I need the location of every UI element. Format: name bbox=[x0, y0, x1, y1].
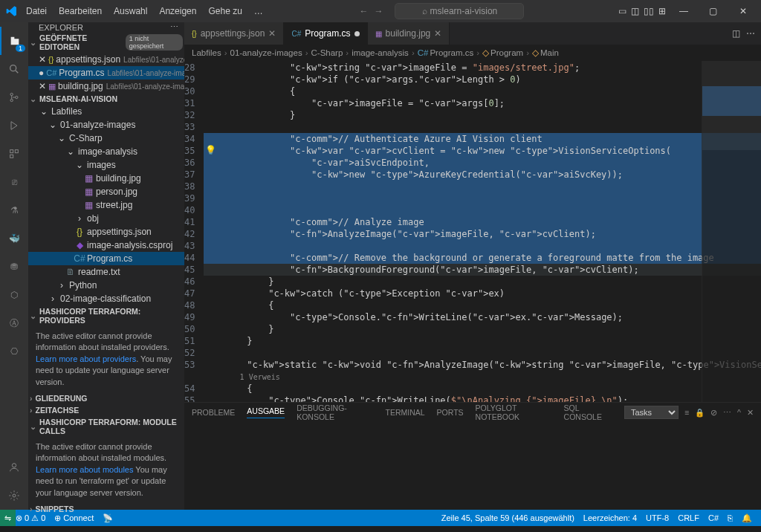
panel-filter-icon[interactable]: ≡ bbox=[684, 408, 689, 417]
status-eol[interactable]: CRLF bbox=[673, 513, 704, 522]
activity-explorer-icon[interactable]: 1 bbox=[0, 27, 28, 55]
activity-remote-icon[interactable]: ⎚ bbox=[0, 168, 28, 196]
panel-tab[interactable]: SQL CONSOLE bbox=[564, 403, 612, 421]
split-editor-icon[interactable]: ◫ bbox=[732, 28, 740, 39]
editor-tab[interactable]: {}appsettings.json✕ bbox=[184, 22, 284, 45]
breadcrumb-item[interactable]: Main bbox=[540, 48, 559, 57]
menu-bearbeiten[interactable]: Bearbeiten bbox=[54, 3, 107, 19]
activity-hex-icon[interactable]: ⬡ bbox=[0, 281, 28, 309]
file-item[interactable]: ▦person.jpg bbox=[28, 185, 184, 198]
file-item[interactable]: ◆image-analysis.csproj bbox=[28, 239, 184, 252]
panel-clear-icon[interactable]: ⊘ bbox=[710, 408, 717, 417]
panel-tab[interactable]: PROBLEME bbox=[192, 408, 235, 417]
activity-test-icon[interactable]: ⚗ bbox=[0, 196, 28, 224]
providers-link[interactable]: Learn more about providers bbox=[36, 354, 136, 363]
open-editors-header[interactable]: GEÖFFNETE EDITOREN 1 nicht gespeichert bbox=[28, 32, 184, 53]
activity-run-icon[interactable] bbox=[0, 111, 28, 140]
menu-…[interactable]: … bbox=[249, 3, 268, 19]
folder-item[interactable]: ›02-image-classification bbox=[28, 292, 184, 305]
activity-search-icon[interactable] bbox=[0, 55, 28, 83]
breadcrumb-item[interactable]: Labfiles bbox=[192, 48, 221, 57]
layout-toggle-icon[interactable]: ▭ bbox=[618, 6, 626, 16]
panel-tab[interactable]: PORTS bbox=[437, 408, 464, 417]
layout-icon[interactable]: ⊞ bbox=[658, 6, 666, 16]
status-indent[interactable]: Leerzeichen: 4 bbox=[579, 513, 641, 522]
window-maximize[interactable]: ▢ bbox=[699, 0, 728, 22]
folder-item[interactable]: ⌄Labfiles bbox=[28, 105, 184, 118]
panel-tab[interactable]: AUSGABE bbox=[247, 406, 285, 418]
search-text: mslearn-ai-vision bbox=[430, 6, 498, 16]
status-problems[interactable]: ⊗ 0 ⚠ 0 bbox=[11, 513, 50, 523]
window-close[interactable]: ✕ bbox=[728, 0, 758, 22]
activity-account-icon[interactable] bbox=[0, 453, 28, 481]
command-center[interactable]: ⌕ mslearn-ai-vision bbox=[395, 3, 524, 19]
activity-azure-icon[interactable]: Ⓐ bbox=[0, 309, 28, 337]
workspace-header[interactable]: MSLEARN-AI-VISION bbox=[28, 93, 184, 105]
file-item[interactable]: C#Program.cs bbox=[28, 252, 184, 265]
activity-scm-icon[interactable] bbox=[0, 83, 28, 111]
breadcrumb-item[interactable]: Program bbox=[490, 48, 523, 57]
file-item[interactable]: {}appsettings.json bbox=[28, 225, 184, 239]
panel-more-icon[interactable]: ⋯ bbox=[723, 408, 731, 417]
panel-tab[interactable]: DEBUGGING-KONSOLE bbox=[297, 403, 373, 421]
status-connect[interactable]: ⊕ Connect bbox=[50, 513, 98, 523]
timeline-header[interactable]: ZEITACHSE bbox=[28, 404, 184, 416]
breadcrumb-item[interactable]: Program.cs bbox=[430, 48, 473, 57]
nav-back-icon[interactable]: ← bbox=[359, 6, 368, 16]
status-lang[interactable]: C# bbox=[704, 513, 723, 522]
activity-settings-icon[interactable] bbox=[0, 481, 28, 510]
panel-tab[interactable]: TERMINAL bbox=[385, 408, 424, 417]
breadcrumb[interactable]: Labfiles›01-analyze-images›C-Sharp›image… bbox=[184, 45, 761, 61]
status-cursor[interactable]: Zeile 45, Spalte 59 (446 ausgewählt) bbox=[437, 513, 579, 522]
folder-item[interactable]: ›Python bbox=[28, 279, 184, 292]
editor-tab[interactable]: ▦building.jpg✕ bbox=[368, 22, 450, 45]
folder-item[interactable]: ⌄01-analyze-images bbox=[28, 118, 184, 132]
status-feedback-icon[interactable]: ⎘ bbox=[723, 513, 737, 522]
sidebar-right-icon[interactable]: ▯▯ bbox=[644, 6, 654, 16]
menu-datei[interactable]: Datei bbox=[21, 3, 52, 19]
breadcrumb-item[interactable]: 01-analyze-images bbox=[230, 48, 302, 57]
file-item[interactable]: ▦street.jpg bbox=[28, 198, 184, 212]
terraform-modules-header[interactable]: HASHICORP TERRAFORM: MODULE CALLS bbox=[28, 416, 184, 437]
folder-item[interactable]: ›obj bbox=[28, 212, 184, 225]
menu-auswahl[interactable]: Auswahl bbox=[109, 3, 152, 19]
open-editor-item[interactable]: ✕▦building.jpgLabfiles\01-analyze-images… bbox=[28, 80, 184, 93]
terraform-modules-msg: The active editor cannot provide informa… bbox=[28, 437, 184, 503]
editor-tab[interactable]: C#Program.cs bbox=[284, 22, 367, 45]
modules-link[interactable]: Learn more about modules bbox=[36, 465, 133, 474]
folder-item[interactable]: ⌄images bbox=[28, 158, 184, 172]
panel-lock-icon[interactable]: 🔒 bbox=[695, 408, 705, 418]
menu-anzeigen[interactable]: Anzeigen bbox=[154, 3, 201, 19]
breadcrumb-item[interactable]: image-analysis bbox=[352, 48, 409, 57]
svg-rect-5 bbox=[10, 150, 13, 153]
panel-tab[interactable]: POLYGLOT NOTEBOOK bbox=[476, 403, 552, 421]
explorer-more-icon[interactable]: ⋯ bbox=[170, 22, 178, 32]
activity-database-icon[interactable]: ⛃ bbox=[0, 253, 28, 281]
minimap[interactable] bbox=[702, 61, 761, 402]
status-encoding[interactable]: UTF-8 bbox=[641, 513, 673, 522]
menu-gehe zu[interactable]: Gehe zu bbox=[203, 3, 247, 19]
nav-forward-icon[interactable]: → bbox=[374, 6, 383, 16]
panel-select[interactable]: Tasks bbox=[624, 406, 679, 419]
editor-more-icon[interactable]: ⋯ bbox=[746, 28, 755, 39]
panel-maximize-icon[interactable]: ^ bbox=[737, 408, 741, 417]
status-broadcast[interactable]: 📡 bbox=[98, 513, 117, 523]
panel-close-icon[interactable]: ✕ bbox=[747, 408, 754, 417]
folder-item[interactable]: ⌄image-analysis bbox=[28, 145, 184, 158]
breadcrumb-item[interactable]: C-Sharp bbox=[311, 48, 343, 57]
open-editor-item[interactable]: ●C#Program.csLabfiles\01-analyze-images\… bbox=[28, 66, 184, 80]
file-item[interactable]: 🗎readme.txt bbox=[28, 265, 184, 279]
activity-more-icon[interactable]: ⎔ bbox=[0, 337, 28, 366]
file-item[interactable]: ▦building.jpg bbox=[28, 172, 184, 185]
outline-header[interactable]: GLIEDERUNG bbox=[28, 392, 184, 404]
window-minimize[interactable]: — bbox=[669, 0, 699, 22]
terraform-providers-header[interactable]: HASHICORP TERRAFORM: PROVIDERS bbox=[28, 305, 184, 326]
lightbulb-icon[interactable]: 💡 bbox=[205, 145, 216, 155]
svg-line-1 bbox=[16, 71, 18, 73]
folder-item[interactable]: ⌄C-Sharp bbox=[28, 132, 184, 145]
activity-docker-icon[interactable]: 🐳 bbox=[0, 224, 28, 253]
open-editor-item[interactable]: ✕{}appsettings.jsonLabfiles\01-analyze-i… bbox=[28, 53, 184, 66]
activity-extensions-icon[interactable] bbox=[0, 140, 28, 168]
panel-toggle-icon[interactable]: ◫ bbox=[631, 6, 639, 16]
status-bell-icon[interactable]: 🔔 bbox=[737, 513, 757, 523]
